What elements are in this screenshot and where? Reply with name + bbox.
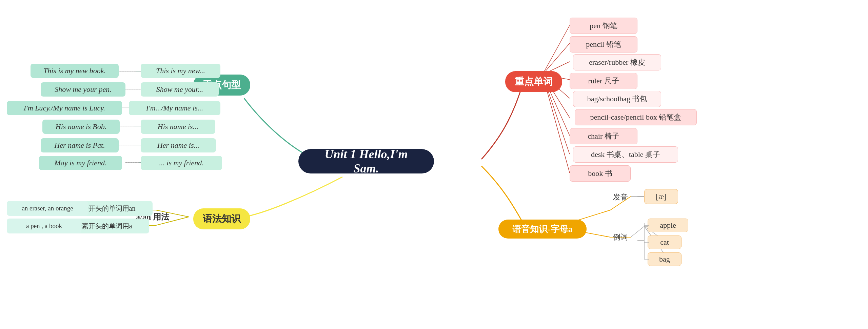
sent-left-3: I'm Lucy./My name is Lucy. [7,101,122,115]
branch-vocab: 重点单词 [505,71,562,92]
branch-grammar-label: 语法知识 [203,212,241,225]
vocab-8: desk 书桌、table 桌子 [573,146,678,163]
sent-right-1: This is my new... [141,64,220,78]
sent-left-4: His name is Bob. [42,120,120,134]
sent-left-6: May is my friend. [39,156,122,170]
sent-left-2: Show me your pen. [41,82,125,97]
central-label: Unit 1 Hello,I'm Sam. [315,147,417,176]
vocab-7: chair 椅子 [570,128,637,144]
grammar-item-2-example: a pen , a book [7,219,81,233]
central-node: Unit 1 Hello,I'm Sam. [298,149,434,173]
vocab-2: pencil 铅笔 [570,36,637,53]
phonics-example-3: bag [648,252,682,266]
sent-right-6: ... is my friend. [141,156,222,170]
sent-right-3: I'm.../My name is... [129,101,220,115]
branch-grammar: 语法知识 [193,208,250,229]
vocab-4: ruler 尺子 [570,73,637,89]
phonics-pron-label: 发音 [604,190,637,204]
sent-right-2: Show me your... [141,82,219,97]
phonics-example-1: apple [648,219,688,232]
sent-right-5: Her name is... [141,138,216,152]
phonics-pron-value: [æ] [644,189,678,204]
sent-right-4: His name is... [141,120,215,134]
vocab-1: pen 钢笔 [570,18,637,34]
sent-left-1: This is my new book. [31,64,119,78]
vocab-5: bag/schoolbag 书包 [573,91,661,107]
sent-left-5: Her name is Pat. [41,138,119,152]
vocab-9: book 书 [570,165,631,182]
vocab-3: eraser/rubber 橡皮 [573,54,661,70]
svg-line-18 [542,25,570,75]
svg-line-19 [542,43,570,75]
branch-phonics-label: 语音知识-字母a [512,223,573,235]
branch-phonics: 语音知识-字母a [498,220,587,239]
branch-vocab-label: 重点单词 [515,75,553,88]
vocab-6: pencil-case/pencil box 铅笔盒 [575,109,697,125]
phonics-examples-label: 例词 [604,230,637,244]
grammar-item-1-example: an eraser, an orange [7,201,88,216]
phonics-example-2: cat [648,235,682,249]
